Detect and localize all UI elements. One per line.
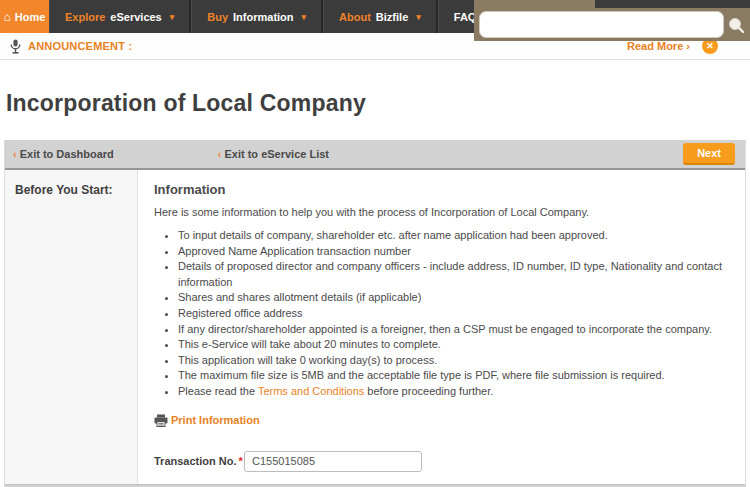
- information-heading: Information: [154, 182, 727, 197]
- chevron-down-icon: ▾: [170, 12, 175, 22]
- search-panel: [474, 8, 750, 41]
- transaction-no-input[interactable]: [244, 451, 422, 472]
- chevron-down-icon: ▾: [416, 12, 421, 22]
- nav-item-about-bizfile[interactable]: About Bizfile ▾: [323, 0, 438, 33]
- toolbar-top: ‹ Exit to Dashboard ‹ Exit to eService L…: [5, 140, 745, 170]
- chevron-left-icon: ‹: [218, 148, 222, 160]
- exit-to-eservice-list-link[interactable]: ‹ Exit to eService List: [218, 148, 329, 160]
- eservice-section: ‹ Exit to Dashboard ‹ Exit to eService L…: [4, 140, 746, 487]
- content-area: Before You Start: Information Here is so…: [5, 170, 745, 484]
- list-item: This e-Service will take about 20 minute…: [178, 337, 727, 353]
- list-item: The maximum file size is 5MB and the acc…: [178, 368, 727, 384]
- main-panel: Information Here is some information to …: [138, 170, 745, 484]
- microphone-icon: [10, 39, 21, 54]
- list-item: If any director/shareholder appointed is…: [178, 322, 727, 338]
- next-button[interactable]: Next: [683, 143, 735, 165]
- page-title: Incorporation of Local Company: [0, 60, 750, 140]
- printer-icon: [154, 414, 168, 427]
- print-information-link[interactable]: Print Information: [154, 414, 727, 427]
- chevron-down-icon: ▾: [302, 12, 307, 22]
- terms-and-conditions-link[interactable]: Terms and Conditions: [258, 385, 364, 397]
- search-icon[interactable]: [727, 16, 745, 34]
- read-more-link[interactable]: Read More ›: [627, 40, 690, 52]
- list-item: Registered office address: [178, 306, 727, 322]
- list-item: To input details of company, shareholder…: [178, 228, 727, 244]
- transaction-no-label: Transaction No.*: [154, 455, 244, 467]
- home-icon: ⌂: [4, 11, 11, 23]
- list-item: Details of proposed director and company…: [178, 259, 727, 290]
- search-input[interactable]: [479, 11, 724, 38]
- nav-home-label: Home: [15, 11, 46, 23]
- list-item: Shares and shares allotment details (if …: [178, 290, 727, 306]
- sidebar: Before You Start:: [5, 170, 138, 484]
- announcement-label: ANNOUNCEMENT :: [28, 40, 132, 52]
- before-you-start-label: Before You Start:: [15, 183, 127, 197]
- intro-text: Here is some information to help you wit…: [154, 206, 727, 218]
- list-item: This application will take 0 working day…: [178, 353, 727, 369]
- list-item-terms: Please read the Terms and Conditions bef…: [178, 384, 727, 400]
- nav-item-home[interactable]: ⌂ Home: [0, 0, 49, 33]
- nav-item-buy-information[interactable]: Buy Information ▾: [191, 0, 323, 33]
- nav-item-explore-eservices[interactable]: Explore eServices ▾: [49, 0, 191, 33]
- list-item: Approved Name Application transaction nu…: [178, 244, 727, 260]
- transaction-row: Transaction No.*: [154, 451, 727, 472]
- info-bullet-list: To input details of company, shareholder…: [162, 228, 727, 400]
- exit-to-dashboard-link[interactable]: ‹ Exit to Dashboard: [13, 148, 114, 160]
- required-asterisk: *: [239, 455, 243, 467]
- chevron-left-icon: ‹: [13, 148, 17, 160]
